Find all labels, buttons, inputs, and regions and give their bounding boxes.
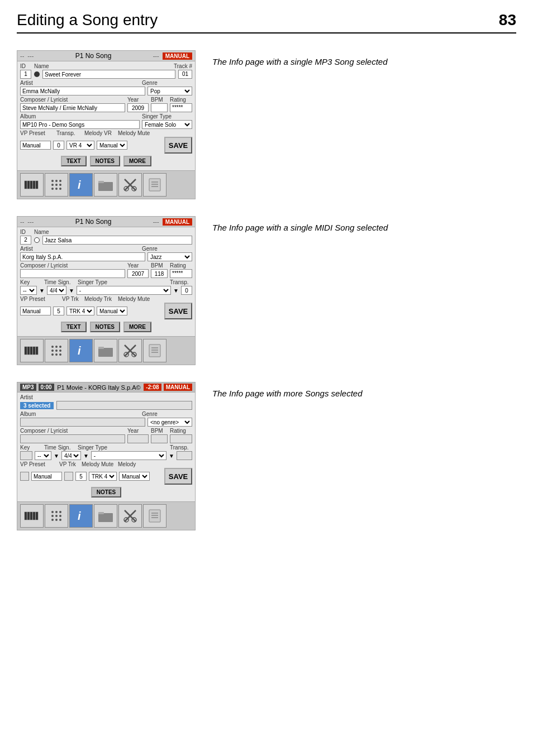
melody-mute-trk-select-3[interactable]: TRK 4: [89, 472, 117, 481]
info-icon-2[interactable]: i: [69, 339, 93, 362]
notes-icon-1[interactable]: [143, 173, 166, 197]
composer-headers-1: Composer / Lyricist Year BPM Rating: [20, 97, 192, 103]
song-id-field-2[interactable]: 2: [20, 236, 31, 245]
bpm-field-2[interactable]: [151, 269, 168, 278]
composer-field-3[interactable]: [20, 434, 125, 443]
album-field-1[interactable]: [20, 120, 140, 129]
melody-mute-select-2[interactable]: Manual: [97, 307, 127, 315]
notes-icon-2[interactable]: [143, 339, 166, 362]
svg-point-36: [51, 353, 54, 356]
svg-point-58: [51, 515, 54, 517]
song-name-field[interactable]: [42, 70, 175, 79]
scissors-icon-3[interactable]: [118, 504, 142, 528]
vp-trk-check-3[interactable]: [64, 472, 73, 481]
vp-trk-label-3: VP Trk: [59, 461, 79, 467]
transp-field-2[interactable]: [181, 286, 192, 295]
transp-field-3[interactable]: [177, 451, 192, 460]
genre-select-3[interactable]: <no genre>: [147, 418, 192, 427]
key-select-3[interactable]: --: [35, 451, 51, 460]
panel-titlebar-3: MP3 0:00 P1 Movie - KORG Italy S.p.A© -2…: [17, 382, 195, 393]
vp-field-2[interactable]: [20, 307, 51, 315]
scissors-svg-1: [122, 176, 139, 193]
text-button-1[interactable]: TEXT: [61, 156, 87, 166]
save-button-2[interactable]: SAVE: [164, 303, 192, 319]
device-panel-3: MP3 0:00 P1 Movie - KORG Italy S.p.A© -2…: [17, 382, 196, 530]
vp-field-3[interactable]: [31, 472, 62, 481]
more-button-1[interactable]: MORE: [123, 156, 151, 166]
page-header: Editing a Song entry 83: [17, 11, 516, 34]
notes-icon-3[interactable]: [143, 504, 166, 528]
melody-mute-select-1[interactable]: Manual: [97, 141, 127, 150]
artist-field-1[interactable]: [20, 87, 145, 95]
svg-rect-50: [25, 512, 27, 520]
svg-point-7: [59, 180, 61, 182]
song-row-2: 2: [20, 236, 192, 245]
vp-preset-check-3[interactable]: [20, 472, 29, 481]
folder-icon-1[interactable]: [94, 173, 117, 197]
more-button-2[interactable]: MORE: [123, 322, 151, 332]
melody-vr-select-1[interactable]: VR 4: [66, 141, 94, 150]
piano-icon-2[interactable]: [20, 339, 44, 362]
timesign-select-2[interactable]: 4/4: [47, 286, 66, 295]
track-number-field[interactable]: 01: [178, 70, 192, 79]
text-button-2[interactable]: TEXT: [61, 322, 87, 332]
song-name-field-2[interactable]: [42, 236, 192, 245]
rating-field-1[interactable]: *****: [170, 103, 192, 112]
info-icon-1[interactable]: i: [69, 173, 93, 197]
info-icon-3[interactable]: i: [69, 504, 93, 528]
composer-field-1[interactable]: [20, 103, 125, 112]
transp-field-1[interactable]: [53, 141, 64, 150]
year-field-3[interactable]: [127, 434, 149, 443]
titlebar-dash2: ---: [27, 52, 34, 59]
composer-row-1: *****: [20, 103, 192, 112]
genre-select-2[interactable]: Jazz: [147, 252, 192, 261]
timesign-select-3[interactable]: 4/4: [61, 451, 81, 460]
timesign-label-2: Time Sign.: [44, 279, 75, 285]
piano-icon-1[interactable]: [20, 173, 44, 197]
id-header: ID: [20, 63, 34, 69]
rating-field-2[interactable]: *****: [170, 269, 192, 278]
composer-field-2[interactable]: [20, 269, 125, 278]
piano-icon-3[interactable]: [20, 504, 44, 528]
year-field-1[interactable]: [127, 103, 149, 112]
scissors-icon-1[interactable]: [118, 173, 142, 197]
scissors-icon-2[interactable]: [118, 339, 142, 362]
folder-icon-3[interactable]: [94, 504, 117, 528]
svg-rect-46: [149, 344, 160, 357]
artist-genre-row-1: Pop: [20, 87, 192, 95]
folder-svg-2: [97, 342, 114, 359]
notes-button-3[interactable]: NOTES: [91, 487, 121, 497]
vp-trk-field-3[interactable]: [75, 472, 87, 481]
grid-icon-3[interactable]: [45, 504, 68, 528]
save-button-3[interactable]: SAVE: [164, 468, 192, 485]
notes-button-2[interactable]: NOTES: [90, 322, 120, 332]
melody-select-3[interactable]: Manual: [119, 472, 150, 481]
vp-trk-field-2[interactable]: [53, 307, 64, 315]
bpm-field-3[interactable]: [151, 434, 168, 443]
grid-icon-1[interactable]: [45, 173, 68, 197]
singertype-select-3[interactable]: -: [91, 451, 166, 460]
notes-button-1[interactable]: NOTES: [90, 156, 120, 166]
bpm-field-1[interactable]: [151, 103, 168, 112]
singer-type-select-1[interactable]: Female Solo: [142, 120, 192, 129]
timesign-arrow: ▼: [69, 288, 74, 294]
year-field-2[interactable]: [127, 269, 149, 278]
singertype-select-2[interactable]: -: [77, 286, 171, 295]
album-label-3: Album: [20, 411, 131, 417]
folder-icon-2[interactable]: [94, 339, 117, 362]
key-select-2[interactable]: --: [20, 286, 37, 295]
key-field-3[interactable]: [20, 451, 32, 460]
song-id-field[interactable]: 1: [20, 70, 31, 79]
album-field-3[interactable]: [20, 418, 145, 427]
artist-field-2[interactable]: [20, 252, 145, 261]
rating-field-3[interactable]: [170, 434, 192, 443]
svg-point-60: [59, 515, 61, 517]
selected-row: 3 selected: [20, 401, 192, 410]
melody-trk-select-2[interactable]: TRK 4: [66, 307, 94, 315]
save-button-1[interactable]: SAVE: [164, 137, 192, 154]
vp-field-1[interactable]: [20, 141, 51, 150]
genre-select-1[interactable]: Pop: [147, 87, 192, 95]
album-row-1: Female Solo: [20, 120, 192, 129]
selected-name-field[interactable]: [56, 401, 192, 410]
grid-icon-2[interactable]: [45, 339, 68, 362]
